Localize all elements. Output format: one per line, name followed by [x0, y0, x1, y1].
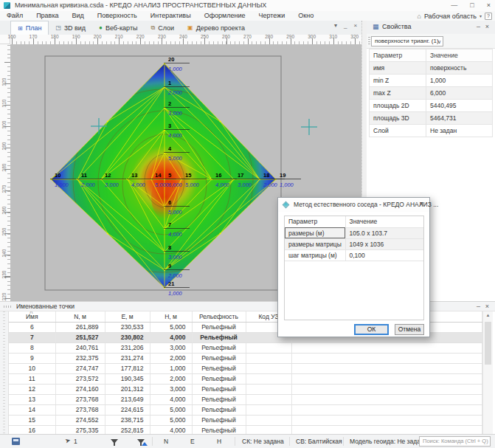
coordinate-system-status[interactable]: СК: Не задана [242, 438, 284, 445]
svg-text:5,000: 5,000 [155, 182, 170, 188]
dialog-row[interactable]: размеры матрицы1049 x 1036 [285, 238, 423, 249]
command-search-input[interactable]: Поиск: Команда (Ctrl + Q) [419, 436, 491, 447]
tab-3D вид[interactable]: ◳3D вид [49, 21, 92, 35]
menu-item-2[interactable]: Вид [66, 11, 91, 21]
table-row[interactable]: 8240,761231,2063,000Рельефный [9, 342, 482, 353]
menu-bar: ФайлПравкаВидПоверхностьИнтерактивыОформ… [0, 11, 495, 21]
table-row[interactable]: 13273,768213,6494,000Рельефный [9, 394, 482, 404]
cancel-button[interactable]: Отмена [395, 324, 424, 335]
svg-text:5,000: 5,000 [185, 182, 200, 188]
menu-item-3[interactable]: Поверхность [91, 11, 144, 21]
close-button[interactable]: × [487, 0, 491, 11]
table-cell: 15 [9, 415, 55, 425]
tab-План[interactable]: ⊞План [10, 21, 49, 35]
menu-item-4[interactable]: Интерактивы [144, 11, 198, 21]
dialog-column-header: Параметр [285, 216, 345, 227]
scrollbar-thumb[interactable] [485, 322, 491, 365]
filter-icon[interactable] [111, 439, 118, 444]
dialog-title-bar[interactable]: Метод естественного соседа - КРЕДО АНАЛИ… [278, 198, 429, 212]
dialog-cell[interactable]: 105.0 x 103.7 [345, 227, 423, 238]
points-column-header[interactable]: Рельефность [192, 311, 246, 322]
menu-item-7[interactable]: Окно [291, 11, 320, 21]
table-scrollbar[interactable]: ▲ [482, 311, 493, 434]
properties-row[interactable]: площадь 3D5464,731 [370, 112, 493, 125]
table-row[interactable]: 15274,552238,7155,000Рельефный [9, 415, 482, 425]
properties-cell: Слой [370, 125, 426, 137]
dialog-cell[interactable]: 1049 x 1036 [345, 238, 423, 249]
properties-icon: ▦ [373, 23, 379, 30]
properties-row[interactable]: min Z1,000 [370, 75, 493, 87]
properties-cell: 5464,731 [426, 112, 493, 125]
ok-button[interactable]: ОК [354, 324, 389, 335]
svg-text:10: 10 [55, 172, 60, 179]
scroll-up-icon[interactable]: ▲ [483, 311, 493, 317]
table-cell: Рельефный [192, 384, 246, 394]
horizontal-ruler: 1601701801902002102202302402502602702802… [10, 35, 361, 44]
dialog-cell[interactable]: размеры (м) [285, 227, 345, 238]
svg-text:9: 9 [168, 263, 171, 269]
table-cell: 232,375 [55, 353, 105, 363]
dialog-cell[interactable]: шаг матрицы (м) [285, 249, 345, 261]
dialog-row[interactable]: размеры (м)105.0 x 103.7 [285, 227, 423, 238]
dialog-close-icon[interactable]: × [419, 200, 423, 208]
app-window: Минимальная кривизна.csda - КРЕДО АНАЛИЗ… [0, 0, 495, 448]
tab-Дерево проекта[interactable]: ▣Дерево проекта [181, 21, 252, 35]
table-cell: 12 [9, 384, 55, 394]
menu-item-0[interactable]: Файл [0, 11, 30, 21]
properties-minimize-button[interactable]: – [477, 23, 480, 30]
table-row[interactable]: 9232,375231,2742,000Рельефный [9, 353, 482, 363]
points-column-header[interactable]: E, м [105, 311, 150, 322]
points-column-header[interactable]: H, м [150, 311, 192, 322]
dialog-row[interactable]: шаг матрицы (м)0,100 [285, 249, 423, 261]
table-row[interactable]: 11273,572190,3452,000Рельефный [9, 373, 482, 384]
points-column-header[interactable]: N, м [55, 311, 105, 322]
workspace-selector[interactable]: Рабочая область [424, 13, 477, 20]
properties-row[interactable]: площадь 2D5440,495 [370, 100, 493, 112]
vruler-label: 230 [1, 263, 7, 286]
table-row[interactable]: 10274,747177,8121,000Рельефный [9, 363, 482, 373]
properties-row[interactable]: имяповерхность [370, 62, 493, 75]
properties-close-button[interactable]: × [485, 23, 489, 30]
menu-item-1[interactable]: Правка [30, 11, 65, 21]
maximize-button[interactable]: □ [470, 0, 474, 11]
table-row[interactable]: 12274,160201,3123,000Рельефный [9, 384, 482, 394]
layers-icon: ⧉ [151, 24, 156, 32]
vruler-label: 300 [1, 114, 7, 136]
table-cell [246, 363, 291, 373]
table-cell: 274,552 [55, 415, 105, 425]
object-selector-dropdown[interactable]: поверхности трианг. (1) ∨ [371, 36, 443, 46]
hruler-label: 300 [303, 34, 321, 39]
filter-clear-mark-icon [142, 442, 148, 446]
table-row[interactable]: 14273,768224,6155,000Рельефный [9, 404, 482, 415]
tab-minimize-button[interactable]: _ [344, 22, 347, 29]
tab-Слои[interactable]: ⧉Слои [145, 21, 181, 35]
points-column-header[interactable]: Имяᐱ [9, 311, 55, 322]
properties-cell: площадь 3D [370, 112, 426, 125]
table-cell: 230,802 [105, 332, 150, 342]
properties-row[interactable]: max Z6,000 [370, 87, 493, 100]
tab-Веб-карты[interactable]: ●Веб-карты [92, 21, 144, 35]
geoid-model-status[interactable]: Модель геоида: Не задана [350, 438, 427, 445]
named-points-close-button[interactable]: × [485, 303, 489, 310]
dialog-cell[interactable]: размеры матрицы [285, 238, 345, 249]
table-cell [246, 353, 291, 363]
svg-text:4,000: 4,000 [131, 182, 146, 188]
vruler-label: 310 [1, 92, 7, 114]
selection-count: 1 [74, 438, 77, 445]
named-points-minimize-button[interactable]: – [477, 303, 480, 310]
tab-menu-arrow-icon[interactable]: ▾ [334, 22, 337, 29]
height-system-status[interactable]: СВ: Балтийская [296, 438, 342, 445]
table-cell [246, 394, 291, 404]
tab-close-button[interactable]: × [353, 22, 357, 29]
menu-item-5[interactable]: Оформление [198, 11, 252, 21]
report-icon[interactable] [12, 438, 20, 445]
table-cell: Рельефный [192, 363, 246, 373]
menu-item-6[interactable]: Чертежи [252, 11, 292, 21]
properties-row[interactable]: СлойНе задан [370, 125, 493, 137]
help-icon[interactable]: ? [485, 13, 492, 20]
dialog-cell[interactable]: 0,100 [345, 249, 423, 261]
selection-cursor-icon: ➤ [64, 436, 72, 445]
dialog-column-header: Значение [345, 216, 423, 227]
minimize-button[interactable]: — [451, 0, 457, 11]
app-icon [4, 2, 10, 9]
